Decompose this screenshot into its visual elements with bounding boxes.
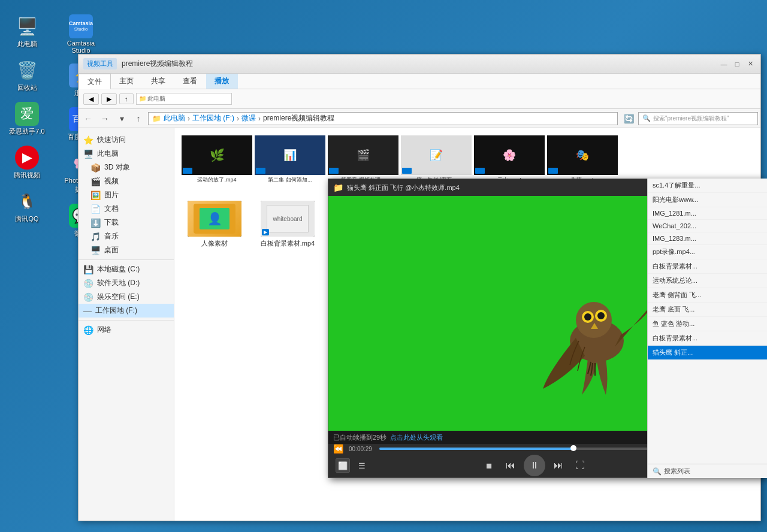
top-videos-row: 🌿 运动的放了.mp4 📊 第二集 如何添加... [182, 135, 753, 184]
file-whiteboard[interactable]: whiteboard ▶ 白板背景素材.mp4 [255, 196, 321, 270]
sidebar-item-drive-f[interactable]: — 工作园地 (F:) [78, 304, 174, 318]
video-item-6[interactable]: 🎭 剧情.mp4 [547, 135, 618, 184]
pause-button[interactable]: ⏸ [524, 455, 545, 476]
ribbon: 文件 主页 共享 查看 播放 ◀ ▶ ↑ 📁 此电脑 [78, 74, 760, 109]
folder-thumb: 👤 [188, 201, 241, 237]
right-item-9[interactable]: 老鹰 底面 飞... [648, 303, 767, 317]
next-button[interactable]: ⏭ [550, 457, 567, 474]
video-item-1[interactable]: 🌿 运动的放了.mp4 [182, 135, 252, 184]
right-item-2[interactable]: IMG_1281.m... [648, 207, 767, 220]
whiteboard-thumb: whiteboard ▶ [261, 201, 315, 237]
sidebar-item-desktop[interactable]: 🖥️ 桌面 [78, 243, 174, 257]
sidebar-item-this-pc[interactable]: 🖥️ 此电脑 [78, 147, 174, 161]
tencent-video-label: 腾讯视频 [14, 171, 40, 180]
svg-point-3 [584, 313, 591, 321]
this-pc-icon[interactable]: 🖥️ 此电脑 [3, 12, 51, 51]
ribbon-nav-up[interactable]: ↑ [119, 93, 134, 104]
tab-view[interactable]: 查看 [174, 74, 206, 89]
sidebar-item-pictures[interactable]: 🖼️ 图片 [78, 188, 174, 202]
sidebar-item-music[interactable]: 🎵 音乐 [78, 229, 174, 243]
sidebar-item-documents[interactable]: 📄 文档 [78, 202, 174, 216]
tencent-video-icon[interactable]: ▶ 腾讯视频 [3, 143, 51, 182]
sidebar-item-downloads[interactable]: ⬇️ 下载 [78, 216, 174, 229]
video-tools-badge: 视频工具 [83, 58, 117, 69]
downloads-label: 下载 [104, 217, 119, 228]
ribbon-nav-fwd[interactable]: ▶ [101, 93, 117, 105]
video-item-2[interactable]: 📊 第二集 如何添加... [255, 135, 325, 184]
sidebar-item-drive-e[interactable]: 💿 娱乐空间 (E:) [78, 290, 174, 304]
right-item-1[interactable]: 阳光电影www... [648, 193, 767, 207]
progress-handle[interactable] [570, 445, 576, 451]
aisi-icon[interactable]: 爱 爱思助手7.0 [3, 99, 51, 138]
camtasia-icon[interactable]: Camtasia Studio Camtasia Studio [57, 12, 105, 56]
videos-label: 视频 [104, 176, 119, 186]
recycle-bin-icon[interactable]: 🗑️ 回收站 [3, 56, 51, 95]
right-item-5[interactable]: ppt录像.mp4... [648, 245, 767, 259]
path-crumb-1[interactable]: 此电脑 [164, 113, 185, 123]
aisi-img: 爱 [15, 102, 39, 126]
video-badge-4 [402, 168, 412, 174]
video-item-3[interactable]: 🎬 第四章 视频处理... [328, 135, 398, 184]
right-item-8[interactable]: 老鹰 侧背面 飞... [648, 288, 767, 303]
right-item-3[interactable]: WeChat_202... [648, 220, 767, 232]
sidebar-item-3d[interactable]: 📦 3D 对象 [78, 161, 174, 174]
sidebar: ⭐ 快速访问 🖥️ 此电脑 📦 3D 对象 🎬 视频 🖼️ 图片 [78, 128, 174, 521]
path-part-1: 📁 [152, 114, 161, 123]
right-item-11[interactable]: 白板背景素材... [648, 331, 767, 346]
video-item-4[interactable]: 📝 第一集 绘/里面... [401, 135, 472, 184]
sidebar-item-drive-c[interactable]: 💾 本地磁盘 (C:) [78, 262, 174, 276]
path-crumb-3[interactable]: 微课 [241, 113, 256, 123]
fast-back-btn[interactable]: ⏪ [333, 444, 345, 454]
sidebar-item-videos[interactable]: 🎬 视频 [78, 174, 174, 188]
this-pc-sidebar-label: 此电脑 [97, 149, 119, 159]
sidebar-item-drive-d[interactable]: 💿 软件天地 (D:) [78, 276, 174, 290]
panel-expand-btn[interactable]: ◀ [647, 316, 648, 340]
search-placeholder: 搜索"premiere视频编辑教程" [653, 114, 729, 123]
nav-dropdown-button[interactable]: ▾ [114, 111, 129, 126]
nav-forward-button[interactable]: → [98, 111, 112, 126]
close-button[interactable]: ✕ [745, 59, 756, 69]
player-screen-btn[interactable]: ⬜ [336, 458, 350, 473]
sidebar-item-network[interactable]: 🌐 网络 [78, 323, 174, 337]
nav-up-button[interactable]: ↑ [131, 111, 146, 126]
whiteboard-video-badge: ▶ [262, 229, 269, 235]
qq-icon[interactable]: 🐧 腾讯QQ [3, 187, 51, 226]
right-search: 🔍 搜索列表 [648, 464, 767, 478]
tab-share[interactable]: 共享 [143, 74, 174, 89]
stop-button[interactable]: ⏹ [481, 457, 497, 474]
right-item-10[interactable]: 鱼 蓝色 游动... [648, 317, 767, 331]
desktop-sidebar-label: 桌面 [104, 245, 119, 255]
right-item-7[interactable]: 运动系统总论... [648, 274, 767, 288]
ribbon-nav-back[interactable]: ◀ [83, 93, 99, 105]
sidebar-item-quick-access[interactable]: ⭐ 快速访问 [78, 133, 174, 147]
address-bar: ← → ▾ ↑ 📁 此电脑 › 工作园地 (F:) › 微课 › premier… [78, 109, 760, 128]
right-item-0[interactable]: sc1.4了解重量... [648, 179, 767, 193]
title-bar-left: 视频工具 premiere视频编辑教程 [83, 58, 193, 69]
video-thumb-5: 🌸 [474, 135, 545, 175]
player-list-btn[interactable]: ☰ [355, 458, 369, 473]
prev-button[interactable]: ⏮ [502, 457, 519, 474]
address-path[interactable]: 📁 此电脑 › 工作园地 (F:) › 微课 › premiere视频编辑教程 [148, 112, 618, 125]
minimize-button[interactable]: — [718, 59, 729, 69]
ribbon-tabs: 文件 主页 共享 查看 播放 [78, 74, 760, 89]
ribbon-content: ◀ ▶ ↑ 📁 此电脑 [78, 89, 760, 108]
maximize-button[interactable]: □ [732, 59, 742, 69]
rewatch-link[interactable]: 点击此处从头观看 [390, 433, 443, 442]
folder-person-material[interactable]: 👤 人像素材 [182, 196, 247, 270]
path-crumb-4[interactable]: premiere视频编辑教程 [263, 113, 334, 123]
tab-play[interactable]: 播放 [206, 74, 238, 89]
search-box[interactable]: 🔍 搜索"premiere视频编辑教程" [638, 112, 758, 125]
video-item-5[interactable]: 🌸 云山..mp4 [474, 135, 545, 184]
tab-home[interactable]: 主页 [111, 74, 143, 89]
search-label[interactable]: 搜索列表 [664, 467, 690, 476]
network-label: 网络 [97, 325, 111, 335]
refresh-button[interactable]: 🔄 [621, 111, 636, 126]
documents-icon: 📄 [90, 204, 101, 214]
path-crumb-2[interactable]: 工作园地 (F:) [192, 113, 234, 123]
fullscreen-button[interactable]: ⛶ [572, 457, 588, 474]
right-item-4[interactable]: IMG_1283.m... [648, 232, 767, 245]
right-item-6[interactable]: 白板背景素材... [648, 259, 767, 274]
right-item-12[interactable]: 猫头鹰 斜正... [648, 346, 767, 360]
tab-file[interactable]: 文件 [78, 74, 111, 89]
nav-back-button[interactable]: ← [81, 111, 95, 126]
